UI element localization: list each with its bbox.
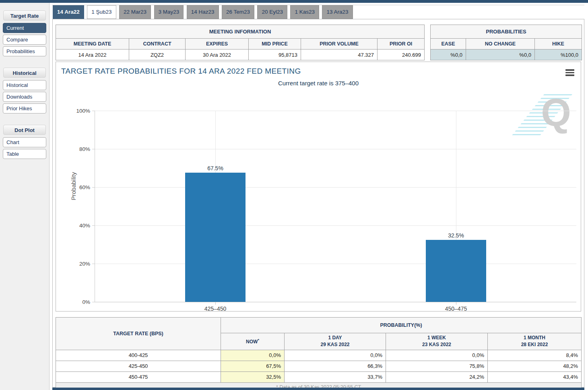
range-425-450: 425-450 xyxy=(56,361,221,371)
meeting-info-row: 14 Ara 2022 ZQZ2 30 Ara 2022 95,8713 47.… xyxy=(56,50,425,60)
gridline-horizontal xyxy=(95,111,576,111)
gridline-horizontal xyxy=(95,264,576,264)
x-category-label: 450–475 xyxy=(445,305,467,312)
range-450-475: 450-475 xyxy=(56,371,221,382)
now-value: 32,5% xyxy=(221,371,285,382)
month-value: 8,4% xyxy=(488,350,582,361)
prior-volume-value: 47.327 xyxy=(301,50,378,60)
col-now: NOW* xyxy=(221,333,285,350)
probabilities-summary-row: %0,0 %0,0 %100,0 xyxy=(431,50,582,60)
tab-1-sub23[interactable]: 1 Şub23 xyxy=(87,5,116,19)
month-value: 48,2% xyxy=(488,361,582,371)
col-target-rate-bps: TARGET RATE (BPS) xyxy=(56,318,221,350)
tab-20-eyl23[interactable]: 20 Eyl23 xyxy=(257,5,287,19)
y-tick-label: 60% xyxy=(79,184,90,190)
now-value: 0,0% xyxy=(221,350,285,361)
sidebar-item-historical[interactable]: Historical xyxy=(3,80,46,90)
table-row: 400-425 0,0% 0,0% 0,0% 8,4% xyxy=(56,350,582,361)
sidebar-item-table[interactable]: Table xyxy=(3,149,46,159)
probability-group-header: PROBABILITY(%) xyxy=(221,318,582,333)
no-change-value: %0,0 xyxy=(466,50,535,60)
sidebar-item-compare[interactable]: Compare xyxy=(3,35,46,45)
tab-1-kas23[interactable]: 1 Kas23 xyxy=(290,5,319,19)
target-rate-chart-panel: TARGET RATE PROBABILITIES FOR 14 ARA 202… xyxy=(56,62,581,312)
probability-bar[interactable] xyxy=(185,173,246,302)
sidebar-item-downloads[interactable]: Downloads xyxy=(3,92,46,102)
week-value: 75,8% xyxy=(386,361,488,371)
x-axis-tick xyxy=(456,302,456,305)
bar-value-label: 67.5% xyxy=(207,165,223,173)
y-tick-label: 100% xyxy=(76,108,90,114)
sidebar-section-target-rate: Target Rate xyxy=(3,10,46,21)
fedwatch-page: Target Rate Current Compare Probabilitie… xyxy=(0,0,588,390)
day-value: 0,0% xyxy=(285,350,386,361)
probability-bar[interactable] xyxy=(426,240,486,302)
contract-value: ZQZ2 xyxy=(129,50,186,60)
meeting-date-value: 14 Ara 2022 xyxy=(56,50,129,60)
y-tick-label: 40% xyxy=(79,223,90,229)
tab-26-tem23[interactable]: 26 Tem23 xyxy=(222,5,254,19)
bar-value-label: 32.5% xyxy=(448,232,464,240)
probabilities-summary-table: PROBABILITIES EASE NO CHANGE HIKE %0,0 %… xyxy=(430,25,582,60)
col-hike: HIKE xyxy=(535,39,582,50)
x-category-label: 425–450 xyxy=(204,305,227,312)
chart-title: TARGET RATE PROBABILITIES FOR 14 ARA 202… xyxy=(61,67,301,76)
col-prior-volume: PRIOR VOLUME xyxy=(301,39,378,50)
col-prior-oi: PRIOR OI xyxy=(378,39,425,50)
y-axis-tick xyxy=(92,187,95,188)
top-chrome-bar xyxy=(0,0,588,3)
y-axis-tick xyxy=(92,149,95,149)
tab-14-ara22[interactable]: 14 Ara22 xyxy=(53,5,84,19)
probabilities-title: PROBABILITIES xyxy=(431,25,582,39)
gridline-horizontal xyxy=(95,225,576,226)
y-axis-tick xyxy=(92,264,95,264)
y-axis-tick xyxy=(92,111,95,111)
tab-panel-content: MEETING INFORMATION MEETING DATE CONTRAC… xyxy=(52,19,584,388)
sidebar-section-dot-plot: Dot Plot xyxy=(3,125,46,135)
tab-13-ara23[interactable]: 13 Ara23 xyxy=(322,5,353,19)
now-value: 67,5% xyxy=(221,361,285,371)
col-meeting-date: MEETING DATE xyxy=(56,39,129,50)
y-tick-label: 0% xyxy=(82,299,90,305)
meeting-information-title: MEETING INFORMATION xyxy=(56,25,425,39)
tab-22-mar23[interactable]: 22 Mar23 xyxy=(119,5,151,19)
y-tick-label: 80% xyxy=(79,146,90,152)
sidebar-item-prior-hikes[interactable]: Prior Hikes xyxy=(3,103,46,113)
y-tick-label: 20% xyxy=(79,261,90,267)
range-400-425: 400-425 xyxy=(56,350,221,361)
table-row: 450-475 32,5% 33,7% 24,2% 43,4% xyxy=(56,371,582,382)
chart-subtitle: Current target rate is 375–400 xyxy=(56,80,581,87)
y-axis-tick xyxy=(92,225,95,226)
sidebar-item-probabilities[interactable]: Probabilities xyxy=(3,46,46,56)
col-contract: CONTRACT xyxy=(129,39,186,50)
col-1-week: 1 WEEK23 KAS 2022 xyxy=(386,333,488,350)
week-value: 0,0% xyxy=(386,350,488,361)
bar-chart-plot-area: 0%20%40%60%80%100%67.5%425–45032.5%450–4… xyxy=(95,111,576,302)
gridline-horizontal xyxy=(95,187,576,188)
col-no-change: NO CHANGE xyxy=(466,39,535,50)
sidebar: Target Rate Current Compare Probabilitie… xyxy=(0,3,50,390)
tab-3-may23[interactable]: 3 May23 xyxy=(154,5,184,19)
meeting-information-table: MEETING INFORMATION MEETING DATE CONTRAC… xyxy=(56,25,425,60)
bottom-chrome-bar xyxy=(52,388,584,390)
sidebar-item-chart[interactable]: Chart xyxy=(3,137,46,147)
table-row: 425-450 67,5% 66,3% 75,8% 48,2% xyxy=(56,361,582,371)
tab-14-haz23[interactable]: 14 Haz23 xyxy=(187,5,219,19)
gridline-horizontal xyxy=(95,149,576,149)
sidebar-item-current[interactable]: Current xyxy=(3,23,46,33)
expires-value: 30 Ara 2022 xyxy=(186,50,249,60)
month-value: 43,4% xyxy=(488,371,582,382)
y-axis-tick xyxy=(92,302,95,302)
chart-menu-icon[interactable] xyxy=(565,69,574,77)
week-value: 24,2% xyxy=(386,371,488,382)
sidebar-section-historical: Historical xyxy=(3,68,46,78)
col-1-day: 1 DAY29 KAS 2022 xyxy=(285,333,386,350)
day-value: 66,3% xyxy=(285,361,386,371)
col-1-month: 1 MONTH28 EKI 2022 xyxy=(488,333,582,350)
col-mid-price: MID PRICE xyxy=(249,39,301,50)
x-axis-tick xyxy=(215,302,216,305)
y-axis-label: Probability xyxy=(70,172,77,200)
hike-value: %100,0 xyxy=(535,50,582,60)
meeting-date-tabs: 14 Ara22 1 Şub23 22 Mar23 3 May23 14 Haz… xyxy=(53,5,354,19)
day-value: 33,7% xyxy=(285,371,386,382)
